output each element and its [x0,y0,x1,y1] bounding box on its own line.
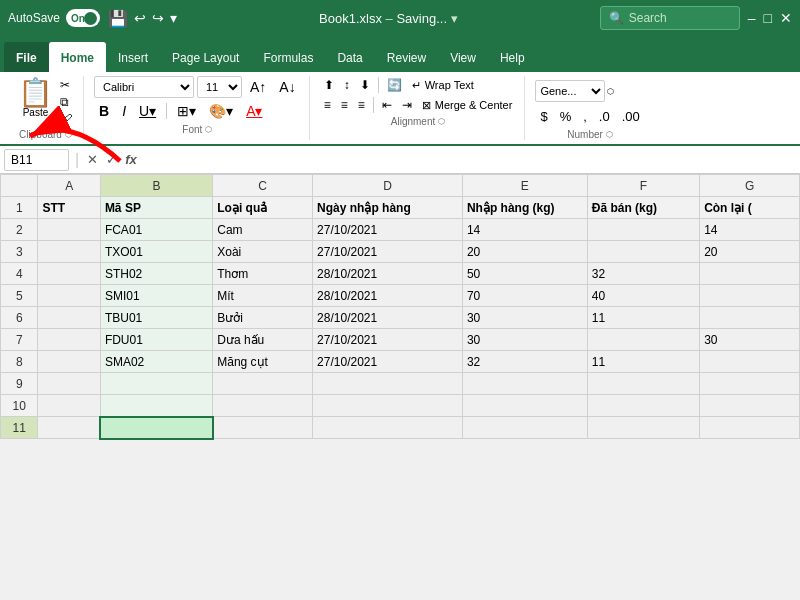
cell-F3[interactable] [587,241,699,263]
tab-insert[interactable]: Insert [106,42,160,72]
cell-C8[interactable]: Măng cụt [213,351,313,373]
cell-C5[interactable]: Mít [213,285,313,307]
cell-B3[interactable]: TXO01 [100,241,212,263]
cell-A5[interactable] [38,285,100,307]
cell-E8[interactable]: 32 [462,351,587,373]
cell-B2[interactable]: FCA01 [100,219,212,241]
col-header-d[interactable]: D [313,175,463,197]
italic-button[interactable]: I [117,100,131,122]
text-angle-button[interactable]: 🔄 [383,76,406,94]
col-header-g[interactable]: G [700,175,800,197]
cell-B5[interactable]: SMI01 [100,285,212,307]
cell-C7[interactable]: Dưa hấu [213,329,313,351]
cell-G3[interactable]: 20 [700,241,800,263]
cell-C11[interactable] [213,417,313,439]
cell-E11[interactable] [462,417,587,439]
cell-E9[interactable] [462,373,587,395]
autosave-toggle[interactable]: On [66,9,100,27]
cell-D6[interactable]: 28/10/2021 [313,307,463,329]
tab-review[interactable]: Review [375,42,438,72]
cell-E6[interactable]: 30 [462,307,587,329]
cell-C10[interactable] [213,395,313,417]
row-header-7[interactable]: 7 [1,329,38,351]
cell-A3[interactable] [38,241,100,263]
cell-D8[interactable]: 27/10/2021 [313,351,463,373]
cell-F11[interactable] [587,417,699,439]
row-header-11[interactable]: 11 [1,417,38,439]
font-size-select[interactable]: 11 [197,76,242,98]
customize-icon[interactable]: ▾ [170,10,177,26]
clipboard-expand-icon[interactable]: ⬡ [65,130,72,139]
cell-G5[interactable] [700,285,800,307]
number-group-expand-icon[interactable]: ⬡ [606,130,613,139]
align-top-button[interactable]: ⬆ [320,76,338,94]
cell-D7[interactable]: 27/10/2021 [313,329,463,351]
cell-B8[interactable]: SMA02 [100,351,212,373]
cell-G2[interactable]: 14 [700,219,800,241]
confirm-formula-button[interactable]: ✓ [104,150,119,169]
tab-data[interactable]: Data [325,42,374,72]
bold-button[interactable]: B [94,100,114,122]
cell-A11[interactable] [38,417,100,439]
cell-E1[interactable]: Nhập hàng (kg) [462,197,587,219]
cell-B4[interactable]: STH02 [100,263,212,285]
cell-E10[interactable] [462,395,587,417]
number-format-select[interactable]: Gene... [535,80,605,102]
close-icon[interactable]: ✕ [780,10,792,26]
row-header-6[interactable]: 6 [1,307,38,329]
font-expand-icon[interactable]: ⬡ [205,125,212,134]
cell-F1[interactable]: Đã bán (kg) [587,197,699,219]
number-expand-icon[interactable]: ⬡ [607,87,614,96]
cell-A2[interactable] [38,219,100,241]
formula-input[interactable] [143,149,796,171]
row-header-9[interactable]: 9 [1,373,38,395]
cell-A10[interactable] [38,395,100,417]
cell-D2[interactable]: 27/10/2021 [313,219,463,241]
cell-B7[interactable]: FDU01 [100,329,212,351]
cell-F8[interactable]: 11 [587,351,699,373]
tab-file[interactable]: File [4,42,49,72]
col-header-e[interactable]: E [462,175,587,197]
cell-A1[interactable]: STT [38,197,100,219]
increase-indent-button[interactable]: ⇥ [398,96,416,114]
tab-formulas[interactable]: Formulas [251,42,325,72]
cancel-formula-button[interactable]: ✕ [85,150,100,169]
paste-button[interactable]: 📋 Paste [16,77,55,127]
alignment-expand-icon[interactable]: ⬡ [438,117,445,126]
row-header-1[interactable]: 1 [1,197,38,219]
col-header-a[interactable]: A [38,175,100,197]
cell-G9[interactable] [700,373,800,395]
borders-button[interactable]: ⊞▾ [172,100,201,122]
minimize-icon[interactable]: – [748,10,756,26]
cell-G6[interactable] [700,307,800,329]
cell-C3[interactable]: Xoài [213,241,313,263]
cell-G1[interactable]: Còn lại ( [700,197,800,219]
tab-page-layout[interactable]: Page Layout [160,42,251,72]
cell-A9[interactable] [38,373,100,395]
align-center-button[interactable]: ≡ [337,96,352,114]
tab-home[interactable]: Home [49,42,106,72]
cell-reference-box[interactable]: B11 [4,149,69,171]
cell-C2[interactable]: Cam [213,219,313,241]
align-bottom-button[interactable]: ⬇ [356,76,374,94]
row-header-5[interactable]: 5 [1,285,38,307]
cell-B11[interactable] [100,417,212,439]
decrease-decimal-button[interactable]: .0 [594,105,615,127]
search-input[interactable] [629,11,729,25]
col-header-c[interactable]: C [213,175,313,197]
tab-view[interactable]: View [438,42,488,72]
increase-decimal-button[interactable]: .00 [617,105,645,127]
cell-B9[interactable] [100,373,212,395]
cell-A6[interactable] [38,307,100,329]
format-painter-button[interactable]: 🖌 [57,111,75,127]
cell-F6[interactable]: 11 [587,307,699,329]
font-family-select[interactable]: Calibri [94,76,194,98]
row-header-8[interactable]: 8 [1,351,38,373]
percent-button[interactable]: % [555,105,577,127]
cell-B10[interactable] [100,395,212,417]
cell-E5[interactable]: 70 [462,285,587,307]
cell-F9[interactable] [587,373,699,395]
row-header-10[interactable]: 10 [1,395,38,417]
cell-E4[interactable]: 50 [462,263,587,285]
increase-font-button[interactable]: A↑ [245,76,271,98]
